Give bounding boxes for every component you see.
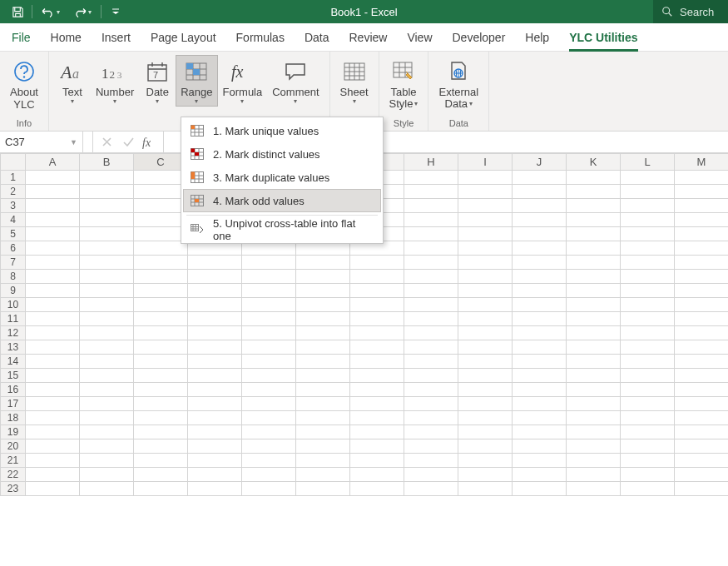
cell[interactable] xyxy=(134,369,188,383)
cell[interactable] xyxy=(675,312,729,326)
row-header[interactable]: 22 xyxy=(1,468,26,482)
cell[interactable] xyxy=(26,439,80,454)
row-header[interactable]: 9 xyxy=(1,284,26,298)
search-box[interactable]: Search xyxy=(653,0,728,23)
cell[interactable] xyxy=(80,383,134,397)
cell[interactable] xyxy=(296,256,350,270)
cell[interactable] xyxy=(134,171,188,185)
cell[interactable] xyxy=(296,284,350,298)
cell[interactable] xyxy=(296,397,350,411)
about-ylc-button[interactable]: About YLC xyxy=(5,55,43,112)
cell[interactable] xyxy=(513,454,567,468)
cell[interactable] xyxy=(404,468,458,482)
cell[interactable] xyxy=(296,326,350,340)
cell[interactable] xyxy=(350,298,404,312)
customize-qat-button[interactable] xyxy=(105,2,126,22)
cell[interactable] xyxy=(513,256,567,270)
cell[interactable] xyxy=(458,454,513,468)
row-header[interactable]: 10 xyxy=(1,298,26,312)
cell[interactable] xyxy=(513,171,567,185)
cell[interactable] xyxy=(675,213,729,227)
cell[interactable] xyxy=(134,454,188,468)
cell[interactable] xyxy=(621,185,675,199)
cell[interactable] xyxy=(458,468,513,482)
cell[interactable] xyxy=(350,383,404,397)
cell[interactable] xyxy=(675,227,729,241)
cell[interactable] xyxy=(621,340,675,355)
cell[interactable] xyxy=(188,355,242,369)
cell[interactable] xyxy=(134,468,188,482)
cell[interactable] xyxy=(513,284,567,298)
cell[interactable] xyxy=(513,326,567,340)
cell[interactable] xyxy=(80,298,134,312)
cell[interactable] xyxy=(350,425,404,439)
menu-mark-distinct[interactable]: 2. Mark distinct values xyxy=(183,142,381,166)
cell[interactable] xyxy=(242,468,296,482)
row-header[interactable]: 7 xyxy=(1,256,26,270)
cell[interactable] xyxy=(458,241,513,256)
cell[interactable] xyxy=(134,199,188,213)
row-header[interactable]: 15 xyxy=(1,369,26,383)
column-header[interactable]: H xyxy=(404,154,458,171)
cell[interactable] xyxy=(242,425,296,439)
row-header[interactable]: 18 xyxy=(1,411,26,425)
cell[interactable] xyxy=(513,355,567,369)
cell[interactable] xyxy=(188,270,242,284)
cell[interactable] xyxy=(513,199,567,213)
cell[interactable] xyxy=(513,340,567,355)
cell[interactable] xyxy=(513,411,567,425)
cell[interactable] xyxy=(513,213,567,227)
cell[interactable] xyxy=(458,312,513,326)
row-header[interactable]: 1 xyxy=(1,171,26,185)
cell[interactable] xyxy=(26,270,80,284)
cell[interactable] xyxy=(513,270,567,284)
cell[interactable] xyxy=(26,468,80,482)
cell[interactable] xyxy=(621,454,675,468)
cell[interactable] xyxy=(404,241,458,256)
cell[interactable] xyxy=(350,312,404,326)
cell[interactable] xyxy=(675,425,729,439)
cell[interactable] xyxy=(675,185,729,199)
cell[interactable] xyxy=(675,439,729,454)
cell[interactable] xyxy=(242,298,296,312)
number-button[interactable]: 123 Number ▾ xyxy=(91,55,139,107)
cell[interactable] xyxy=(458,199,513,213)
cell[interactable] xyxy=(350,454,404,468)
cell[interactable] xyxy=(513,185,567,199)
cell[interactable] xyxy=(621,312,675,326)
cell[interactable] xyxy=(675,355,729,369)
cell[interactable] xyxy=(134,298,188,312)
cell[interactable] xyxy=(80,227,134,241)
cell[interactable] xyxy=(296,340,350,355)
row-header[interactable]: 13 xyxy=(1,340,26,355)
cell[interactable] xyxy=(567,213,621,227)
cell[interactable] xyxy=(567,256,621,270)
cell[interactable] xyxy=(621,468,675,482)
cell[interactable] xyxy=(567,199,621,213)
cell[interactable] xyxy=(350,468,404,482)
cell[interactable] xyxy=(296,439,350,454)
cell[interactable] xyxy=(80,256,134,270)
cell[interactable] xyxy=(80,312,134,326)
cell[interactable] xyxy=(80,425,134,439)
cell[interactable] xyxy=(458,213,513,227)
cell[interactable] xyxy=(621,326,675,340)
cell[interactable] xyxy=(134,270,188,284)
cell[interactable] xyxy=(513,439,567,454)
cell[interactable] xyxy=(404,298,458,312)
column-header[interactable]: C xyxy=(134,154,188,171)
cell[interactable] xyxy=(458,284,513,298)
cell[interactable] xyxy=(675,171,729,185)
cell[interactable] xyxy=(26,241,80,256)
cell[interactable] xyxy=(404,326,458,340)
cell[interactable] xyxy=(26,340,80,355)
cell[interactable] xyxy=(404,454,458,468)
row-header[interactable]: 21 xyxy=(1,454,26,468)
cell[interactable] xyxy=(296,425,350,439)
cell[interactable] xyxy=(242,454,296,468)
tab-formulas[interactable]: Formulas xyxy=(236,23,285,51)
column-header[interactable]: I xyxy=(458,154,513,171)
cell[interactable] xyxy=(458,326,513,340)
cell[interactable] xyxy=(567,411,621,425)
cell[interactable] xyxy=(134,284,188,298)
